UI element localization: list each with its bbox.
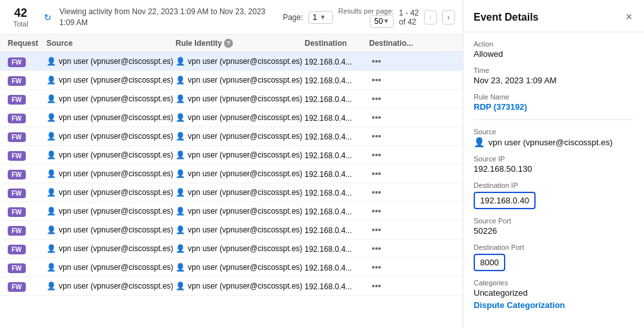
row-more-button[interactable]: ••• (369, 149, 384, 161)
prev-page-button[interactable]: ‹ (424, 10, 437, 25)
row-more-button[interactable]: ••• (369, 205, 384, 218)
user-icon: 👤 (176, 113, 185, 122)
dest-ip: 192.168.0.4... (305, 76, 352, 85)
source-ip-label: Source IP (474, 155, 634, 163)
user-text: vpn user (vpnuser@ciscosspt.es) (188, 76, 303, 85)
dispute-categorization-link[interactable]: Dispute Categorization (474, 300, 634, 310)
rule-user-cell: 👤 vpn user (vpnuser@ciscosspt.es) (176, 57, 303, 66)
row-more-button[interactable]: ••• (369, 130, 384, 143)
results-group: Results per page: 50 ▼ (338, 7, 394, 28)
row-more-button[interactable]: ••• (369, 92, 384, 105)
row-more-button[interactable]: ••• (369, 186, 384, 199)
categories-value: Uncategorized (474, 288, 634, 298)
row-more-button[interactable]: ••• (369, 111, 384, 124)
dest-ip-value: 192.168.0.40 (480, 196, 529, 205)
pagination-controls: Page: 1 ▼ Results per page: 50 ▼ 1 - 42 … (283, 7, 455, 28)
source-field: Source 👤 vpn user (vpnuser@ciscosspt.es) (474, 128, 634, 147)
user-text: vpn user (vpnuser@ciscosspt.es) (59, 169, 174, 178)
source-user-icon: 👤 (474, 137, 485, 147)
results-dropdown-arrow: ▼ (383, 17, 389, 25)
col-header-source: Source (46, 39, 176, 48)
table-row[interactable]: FW 👤vpn user (vpnuser@ciscosspt.es) 👤vpn… (0, 202, 463, 221)
row-more-button[interactable]: ••• (369, 167, 384, 180)
user-icon: 👤 (46, 132, 56, 141)
user-text: vpn user (vpnuser@ciscosspt.es) (188, 150, 303, 159)
user-icon: 👤 (46, 169, 56, 178)
table-row[interactable]: FW 👤vpn user (vpnuser@ciscosspt.es) 👤vpn… (0, 183, 463, 202)
user-icon: 👤 (46, 94, 56, 103)
user-icon: 👤 (176, 244, 185, 253)
refresh-icon[interactable]: ↻ (44, 12, 52, 23)
user-text: vpn user (vpnuser@ciscosspt.es) (188, 188, 303, 197)
user-text: vpn user (vpnuser@ciscosspt.es) (188, 207, 303, 216)
table-row[interactable]: FW 👤vpn user (vpnuser@ciscosspt.es) 👤vpn… (0, 240, 463, 258)
next-page-button[interactable]: › (442, 10, 455, 25)
results-select[interactable]: 50 ▼ (370, 15, 394, 28)
user-text: vpn user (vpnuser@ciscosspt.es) (188, 263, 303, 272)
page-select[interactable]: 1 ▼ (308, 11, 334, 24)
table-row[interactable]: FW 👤vpn user (vpnuser@ciscosspt.es) 👤vpn… (0, 221, 463, 240)
time-field: Time Nov 23, 2023 1:09 AM (474, 67, 634, 85)
fw-badge: FW (8, 245, 26, 254)
user-text: vpn user (vpnuser@ciscosspt.es) (59, 207, 174, 216)
user-text: vpn user (vpnuser@ciscosspt.es) (188, 169, 303, 178)
close-panel-button[interactable]: × (624, 9, 634, 25)
user-text: vpn user (vpnuser@ciscosspt.es) (59, 188, 174, 197)
user-text: vpn user (vpnuser@ciscosspt.es) (188, 225, 303, 234)
table-row[interactable]: FW 👤vpn user (vpnuser@ciscosspt.es) 👤vpn… (0, 258, 463, 277)
table-row[interactable]: FW 👤vpn user (vpnuser@ciscosspt.es) 👤vpn… (0, 71, 463, 90)
user-text: vpn user (vpnuser@ciscosspt.es) (188, 282, 303, 291)
rule-name-value[interactable]: RDP (373192) (474, 102, 527, 112)
table-row[interactable]: FW 👤vpn user (vpnuser@ciscosspt.es) 👤vpn… (0, 165, 463, 183)
table-row[interactable]: FW 👤vpn user (vpnuser@ciscosspt.es) 👤vpn… (0, 90, 463, 108)
source-port-field: Source Port 50226 (474, 217, 634, 236)
table-row[interactable]: FW 👤vpn user (vpnuser@ciscosspt.es) 👤vpn… (0, 277, 463, 296)
dest-ip: 192.168.0.4... (305, 114, 352, 123)
action-field: Action Allowed (474, 40, 634, 59)
dest-ip: 192.168.0.4... (305, 95, 352, 104)
section-divider (474, 119, 634, 120)
fw-badge: FW (8, 76, 26, 86)
table-row[interactable]: FW 👤vpn user (vpnuser@ciscosspt.es) 👤vpn… (0, 127, 463, 146)
categories-field: Categories Uncategorized Dispute Categor… (474, 279, 634, 310)
results-value: 50 (374, 17, 383, 26)
main-table-area: 42 Total ↻ Viewing activity from Nov 22,… (0, 0, 463, 328)
table-body: FW 👤 vpn user (vpnuser@ciscosspt.es) 👤 v… (0, 52, 463, 328)
col-header-request: Request (8, 39, 46, 48)
user-icon: 👤 (176, 94, 185, 103)
table-row[interactable]: FW 👤 vpn user (vpnuser@ciscosspt.es) 👤 v… (0, 52, 463, 71)
row-more-button[interactable]: ••• (369, 261, 384, 274)
rule-identity-info-icon[interactable]: ? (224, 39, 233, 48)
dest-ip-field: Destination IP 192.168.0.40 (474, 181, 634, 209)
user-text: vpn user (vpnuser@ciscosspt.es) (59, 263, 174, 272)
rule-name-field: Rule Name RDP (373192) (474, 93, 634, 112)
user-icon: 👤 (176, 282, 185, 291)
user-icon: 👤 (46, 282, 56, 291)
dest-port-box: 8000 (474, 254, 505, 271)
row-more-button[interactable]: ••• (369, 223, 384, 236)
panel-content: Action Allowed Time Nov 23, 2023 1:09 AM… (463, 32, 644, 328)
user-text: vpn user (vpnuser@ciscosspt.es) (59, 94, 174, 103)
source-ip-value: 192.168.50.130 (474, 164, 634, 174)
user-icon: 👤 (176, 225, 185, 234)
dest-ip: 192.168.0.4... (305, 245, 352, 254)
row-more-button[interactable]: ••• (369, 280, 384, 292)
page-value: 1 (313, 13, 317, 22)
row-more-button[interactable]: ••• (369, 55, 384, 68)
source-port-value: 50226 (474, 226, 634, 236)
table-row[interactable]: FW 👤vpn user (vpnuser@ciscosspt.es) 👤vpn… (0, 146, 463, 165)
rule-user-icon: 👤 (176, 57, 185, 66)
row-more-button[interactable]: ••• (369, 242, 384, 255)
fw-badge: FW (8, 132, 26, 142)
total-count: 42 Total (8, 6, 34, 28)
dest-ip: 192.168.0.4... (305, 132, 352, 141)
table-row[interactable]: FW 👤vpn user (vpnuser@ciscosspt.es) 👤vpn… (0, 108, 463, 127)
user-text: vpn user (vpnuser@ciscosspt.es) (59, 132, 174, 141)
row-more-button[interactable]: ••• (369, 74, 384, 87)
user-icon: 👤 (46, 188, 56, 197)
event-details-panel: Event Details × Action Allowed Time Nov … (463, 0, 644, 328)
dest-port-label: Destination Port (474, 243, 634, 251)
user-text: vpn user (vpnuser@ciscosspt.es) (188, 94, 303, 103)
user-icon: 👤 (46, 113, 56, 122)
user-text: vpn user (vpnuser@ciscosspt.es) (59, 76, 174, 85)
